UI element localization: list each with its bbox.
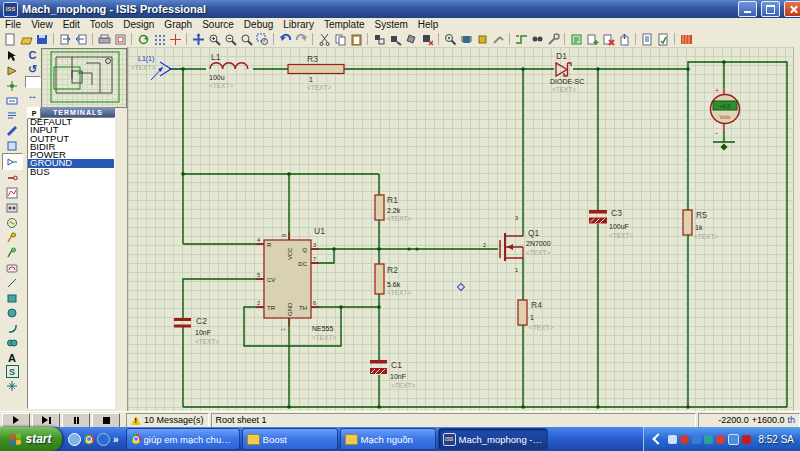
2d-symbol-tool-icon[interactable]: S bbox=[6, 365, 19, 378]
menu-source[interactable]: Source bbox=[197, 19, 239, 30]
tray-icon-6[interactable] bbox=[728, 434, 739, 445]
exit-to-parent-icon[interactable] bbox=[617, 32, 632, 46]
rotate-anticlockwise-icon[interactable]: ↺ bbox=[25, 62, 40, 76]
terminal-tool-icon[interactable] bbox=[2, 153, 23, 170]
copy-icon[interactable] bbox=[333, 32, 348, 46]
new-sheet-icon[interactable] bbox=[585, 32, 600, 46]
capacitor-C3[interactable]: C3 100uF <TEXT> bbox=[589, 208, 633, 239]
block-copy-icon[interactable] bbox=[372, 32, 387, 46]
print-icon[interactable] bbox=[97, 32, 112, 46]
block-rotate-icon[interactable] bbox=[404, 32, 419, 46]
generator-tool-icon[interactable] bbox=[3, 215, 22, 230]
bill-of-materials-icon[interactable] bbox=[640, 32, 655, 46]
mark-output-area-icon[interactable] bbox=[113, 32, 128, 46]
capacitor-C1[interactable]: C1 10nF <TEXT> bbox=[370, 360, 415, 389]
cut-icon[interactable] bbox=[317, 32, 332, 46]
2d-marker-tool-icon[interactable] bbox=[3, 378, 22, 393]
menu-file[interactable]: File bbox=[0, 19, 26, 30]
2d-path-tool-icon[interactable] bbox=[3, 335, 22, 350]
redo-icon[interactable] bbox=[294, 32, 309, 46]
property-assignment-icon[interactable] bbox=[546, 32, 561, 46]
input-terminal[interactable]: L1(1) <TEXT> bbox=[131, 55, 183, 80]
component-tool-icon[interactable] bbox=[3, 63, 22, 78]
resistor-R1[interactable]: R1 2.2k <TEXT> bbox=[375, 195, 411, 222]
mosfet-Q1[interactable]: Q1 2N7000 <TEXT> 3 1 2 bbox=[483, 215, 551, 273]
diode-D1[interactable]: D1 DIODE-SC <TEXT> bbox=[550, 51, 584, 93]
refresh-icon[interactable] bbox=[136, 32, 151, 46]
pause-button[interactable] bbox=[62, 413, 90, 428]
zoom-out-icon[interactable] bbox=[223, 32, 238, 46]
tray-icon-4[interactable] bbox=[704, 435, 713, 444]
zoom-area-icon[interactable] bbox=[255, 32, 270, 46]
2d-circle-tool-icon[interactable] bbox=[3, 305, 22, 320]
menu-library[interactable]: Library bbox=[278, 19, 319, 30]
selection-tool-icon[interactable] bbox=[3, 48, 22, 63]
menu-tools[interactable]: Tools bbox=[85, 19, 118, 30]
electrical-rule-check-icon[interactable] bbox=[656, 32, 671, 46]
minimize-button[interactable] bbox=[738, 1, 757, 17]
instrument-tool-icon[interactable] bbox=[3, 260, 22, 275]
task-button-boost[interactable]: Boost bbox=[242, 428, 338, 450]
task-button-mach-nguon[interactable]: Mạch nguồn bbox=[340, 428, 436, 450]
block-delete-icon[interactable] bbox=[420, 32, 435, 46]
menu-graph[interactable]: Graph bbox=[159, 19, 197, 30]
pan-icon[interactable] bbox=[191, 32, 206, 46]
schematic-canvas[interactable]: L1(1) <TEXT> L1 100u <TEXT> R3 1 <TEXT> bbox=[127, 47, 794, 411]
internet-explorer-icon[interactable] bbox=[97, 433, 110, 446]
show-desktop-icon[interactable] bbox=[68, 433, 81, 446]
bus-tool-icon[interactable] bbox=[3, 123, 22, 138]
menu-design[interactable]: Design bbox=[118, 19, 159, 30]
block-move-icon[interactable] bbox=[388, 32, 403, 46]
tray-icon-5[interactable] bbox=[716, 435, 725, 444]
text-script-tool-icon[interactable] bbox=[3, 108, 22, 123]
device-pin-tool-icon[interactable] bbox=[3, 170, 22, 185]
pick-device-icon[interactable] bbox=[443, 32, 458, 46]
tray-chevron-icon[interactable] bbox=[653, 433, 664, 444]
terminal-item-bus[interactable]: BUS bbox=[28, 168, 114, 176]
restore-button[interactable] bbox=[761, 1, 780, 17]
tray-icon-3[interactable] bbox=[692, 435, 701, 444]
resistor-R3[interactable]: R3 1 <TEXT> bbox=[288, 54, 344, 91]
make-device-icon[interactable] bbox=[459, 32, 474, 46]
export-section-icon[interactable] bbox=[74, 32, 89, 46]
capacitor-C2[interactable]: C2 10nF <TEXT> bbox=[174, 316, 219, 345]
new-file-icon[interactable] bbox=[3, 32, 18, 46]
2d-line-tool-icon[interactable] bbox=[3, 275, 22, 290]
timer-U1[interactable]: R CV TR Q DC TH VCC GND 4 5 2 3 7 6 8 1 … bbox=[256, 226, 336, 341]
decompose-icon[interactable] bbox=[491, 32, 506, 46]
tape-recorder-tool-icon[interactable] bbox=[3, 200, 22, 215]
mirror-horizontal-icon[interactable]: ↔ bbox=[25, 88, 40, 102]
close-button[interactable] bbox=[784, 1, 800, 17]
subcircuit-tool-icon[interactable] bbox=[3, 138, 22, 153]
menu-view[interactable]: View bbox=[26, 19, 58, 30]
netlist-to-ares-icon[interactable] bbox=[679, 32, 694, 46]
2d-box-tool-icon[interactable] bbox=[3, 290, 22, 305]
wire-autorouter-icon[interactable] bbox=[514, 32, 529, 46]
open-file-icon[interactable] bbox=[19, 32, 34, 46]
current-probe-tool-icon[interactable] bbox=[3, 245, 22, 260]
remove-sheet-icon[interactable] bbox=[601, 32, 616, 46]
junction-dot-tool-icon[interactable] bbox=[3, 78, 22, 93]
resistor-R5[interactable]: R5 1k <TEXT> bbox=[683, 210, 718, 240]
inductor-L1[interactable]: L1 100u <TEXT> bbox=[209, 52, 248, 89]
wire-label-tool-icon[interactable] bbox=[3, 93, 22, 108]
tray-icon-1[interactable] bbox=[668, 435, 677, 444]
import-section-icon[interactable] bbox=[58, 32, 73, 46]
step-button[interactable] bbox=[32, 413, 60, 428]
menu-system[interactable]: System bbox=[369, 19, 412, 30]
design-explorer-icon[interactable] bbox=[569, 32, 584, 46]
voltmeter[interactable]: +0.0 Volts + - bbox=[711, 87, 740, 138]
toggle-grid-icon[interactable] bbox=[152, 32, 167, 46]
voltage-probe-tool-icon[interactable] bbox=[3, 230, 22, 245]
rotation-angle-input[interactable] bbox=[25, 76, 41, 88]
undo-icon[interactable] bbox=[278, 32, 293, 46]
zoom-in-icon[interactable] bbox=[207, 32, 222, 46]
menu-edit[interactable]: Edit bbox=[58, 19, 85, 30]
origin-icon[interactable] bbox=[168, 32, 183, 46]
task-button-isis-active[interactable]: ISS Mach_mophong - ISI... bbox=[438, 428, 548, 450]
schematic-overview-preview[interactable] bbox=[41, 48, 127, 108]
tray-icon-7[interactable] bbox=[742, 435, 751, 444]
2d-arc-tool-icon[interactable] bbox=[3, 320, 22, 335]
quicklaunch-overflow-icon[interactable]: » bbox=[113, 434, 119, 445]
menu-template[interactable]: Template bbox=[319, 19, 370, 30]
